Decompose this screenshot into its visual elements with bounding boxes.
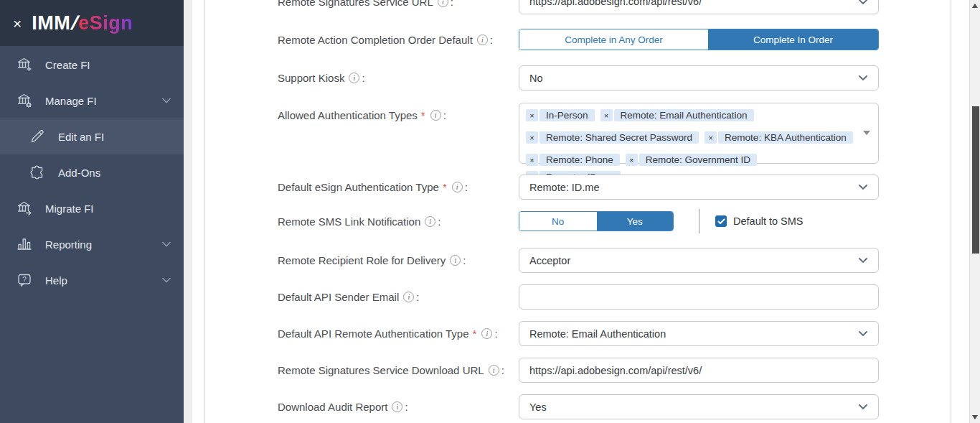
toggle-complete-in-any-order[interactable]: Complete in Any Order <box>519 29 708 50</box>
info-icon[interactable]: i <box>425 216 435 227</box>
chip-remove-icon[interactable]: × <box>626 154 638 166</box>
chevron-down-icon <box>858 75 868 81</box>
dropdown-caret-icon <box>863 131 870 135</box>
chip-remote-shared-secret-password: × Remote: Shared Secret Password <box>526 131 699 144</box>
field-label-allowed-authentication-types: Allowed Authentication Types * i : <box>278 103 514 128</box>
default-esign-authentication-type-select[interactable]: Remote: ID.me <box>519 175 879 200</box>
sidebar-item-reporting[interactable]: Reporting <box>0 226 184 262</box>
sidebar-item-add-ons[interactable]: Add-Ons <box>0 154 184 190</box>
field-label-remote-action-completion-order-default: Remote Action Completion Order Default i… <box>278 29 514 50</box>
bar-chart-icon <box>16 236 33 253</box>
chevron-down-icon <box>858 184 868 190</box>
sidebar-item-manage-fi[interactable]: Manage FI <box>0 83 184 118</box>
chip-remove-icon[interactable]: × <box>526 131 538 144</box>
field-label-remote-sms-link-notification: Remote SMS Link Notification i : <box>278 211 514 231</box>
info-icon[interactable]: i <box>392 401 402 412</box>
pencil-icon <box>29 128 46 145</box>
edit-fi-form: Remote Signatures Service URL i : https:… <box>204 0 951 423</box>
allowed-authentication-types-multiselect[interactable]: × In-Person × Remote: Email Authenticati… <box>519 103 879 164</box>
chevron-down-icon <box>858 330 868 337</box>
default-api-sender-email-wrap <box>519 284 879 310</box>
sidebar-scrollbar-track[interactable] <box>184 0 192 423</box>
sidebar: × IMM / eSign Create FI Manage FI E <box>0 0 184 423</box>
chevron-down-icon <box>162 241 171 247</box>
checkbox-checked-icon[interactable] <box>715 215 727 227</box>
chip-remove-icon[interactable]: × <box>705 131 717 144</box>
sidebar-item-label: Reporting <box>45 238 92 251</box>
bank-gear-icon <box>16 92 33 109</box>
sidebar-item-label: Add-Ons <box>58 167 100 179</box>
chip-remove-icon[interactable]: × <box>526 109 538 121</box>
puzzle-icon <box>29 164 46 181</box>
field-label-remote-signatures-service-download-url: Remote Signatures Service Download URL i… <box>278 358 514 383</box>
default-api-remote-authentication-type-select[interactable]: Remote: Email Authentication <box>519 321 879 346</box>
info-icon[interactable]: i <box>481 328 492 339</box>
chevron-down-icon <box>858 404 868 410</box>
default-to-sms-checkbox-group[interactable]: Default to SMS <box>715 211 804 231</box>
chip-remove-icon[interactable]: × <box>600 109 613 121</box>
remote-signatures-service-download-url-input[interactable] <box>519 358 879 383</box>
help-icon: ? <box>16 271 33 289</box>
vertical-divider <box>699 209 699 233</box>
download-audit-report-select[interactable]: Yes <box>519 394 879 419</box>
info-icon[interactable]: i <box>430 110 441 121</box>
checkbox-label: Default to SMS <box>733 215 804 227</box>
toggle-yes[interactable]: Yes <box>597 212 674 231</box>
download-url-wrap <box>519 358 879 383</box>
field-label-remote-recipient-role-for-delivery: Remote Recipient Role for Delivery i : <box>278 248 514 273</box>
required-marker: * <box>421 109 425 121</box>
required-marker: * <box>473 327 477 340</box>
scrollbar-thumb[interactable] <box>972 106 979 254</box>
info-icon[interactable]: i <box>438 0 448 7</box>
close-icon[interactable]: × <box>13 16 22 31</box>
sidebar-item-migrate-fi[interactable]: Migrate FI <box>0 190 184 226</box>
sidebar-item-label: Manage FI <box>45 95 97 107</box>
chevron-down-icon <box>162 98 171 103</box>
sidebar-item-edit-an-fi[interactable]: Edit an FI <box>0 118 184 154</box>
remote-signatures-service-url-select[interactable]: https://api.adobesign.com/api/rest/v6/ <box>519 0 879 14</box>
sidebar-item-create-fi[interactable]: Create FI <box>0 47 184 83</box>
remote-recipient-role-select[interactable]: Acceptor <box>519 248 879 273</box>
default-api-sender-email-input[interactable] <box>519 284 879 310</box>
field-label-support-kiosk: Support Kiosk i : <box>278 65 514 90</box>
field-label-default-api-remote-authentication-type: Default API Remote Authentication Type *… <box>278 321 514 346</box>
toggle-complete-in-order[interactable]: Complete In Order <box>708 29 878 50</box>
chevron-down-icon <box>858 0 868 5</box>
info-icon[interactable]: i <box>452 182 463 192</box>
support-kiosk-select[interactable]: No <box>519 65 879 90</box>
remote-sms-link-notification-toggle: No Yes <box>519 211 674 231</box>
info-icon[interactable]: i <box>403 292 414 302</box>
sidebar-item-help[interactable]: ? Help <box>0 262 184 298</box>
sidebar-nav: Create FI Manage FI Edit an FI Add-Ons <box>0 46 184 298</box>
chip-in-person: × In-Person <box>526 109 595 121</box>
svg-text:?: ? <box>22 276 27 284</box>
chip-remote-email-authentication: × Remote: Email Authentication <box>600 109 754 121</box>
chip-remove-icon[interactable]: × <box>526 154 538 166</box>
scroll-down-arrow-icon[interactable] <box>972 415 978 419</box>
sidebar-item-label: Create FI <box>45 59 90 71</box>
field-label-remote-signatures-service-url: Remote Signatures Service URL i : <box>278 0 514 14</box>
bank-arrow-icon <box>16 200 33 217</box>
required-marker: * <box>443 181 447 193</box>
imm-esign-logo: IMM / eSign <box>32 12 133 34</box>
field-label-default-esign-authentication-type: Default eSign Authentication Type * i : <box>278 175 514 200</box>
toggle-no[interactable]: No <box>519 212 597 231</box>
completion-order-toggle: Complete in Any Order Complete In Order <box>519 29 879 50</box>
info-icon[interactable]: i <box>477 34 488 45</box>
chip-remote-kba-authentication: × Remote: KBA Authentication <box>705 131 853 144</box>
info-icon[interactable]: i <box>450 255 461 266</box>
window-scrollbar[interactable] <box>969 0 980 423</box>
chip-remote-phone: × Remote: Phone <box>526 154 620 166</box>
chip-remote-government-id: × Remote: Government ID <box>626 154 757 166</box>
sidebar-item-label: Edit an FI <box>58 131 104 143</box>
bank-plus-icon <box>16 56 33 73</box>
info-icon[interactable]: i <box>489 365 499 376</box>
field-label-default-api-sender-email: Default API Sender Email i : <box>278 284 514 310</box>
chevron-down-icon <box>162 277 171 283</box>
sidebar-item-label: Migrate FI <box>45 203 94 215</box>
info-icon[interactable]: i <box>349 73 359 83</box>
field-label-download-audit-report: Download Audit Report i : <box>278 394 514 419</box>
sidebar-header: × IMM / eSign <box>0 0 184 46</box>
scroll-up-arrow-icon[interactable] <box>972 4 978 8</box>
sidebar-item-label: Help <box>45 274 67 287</box>
